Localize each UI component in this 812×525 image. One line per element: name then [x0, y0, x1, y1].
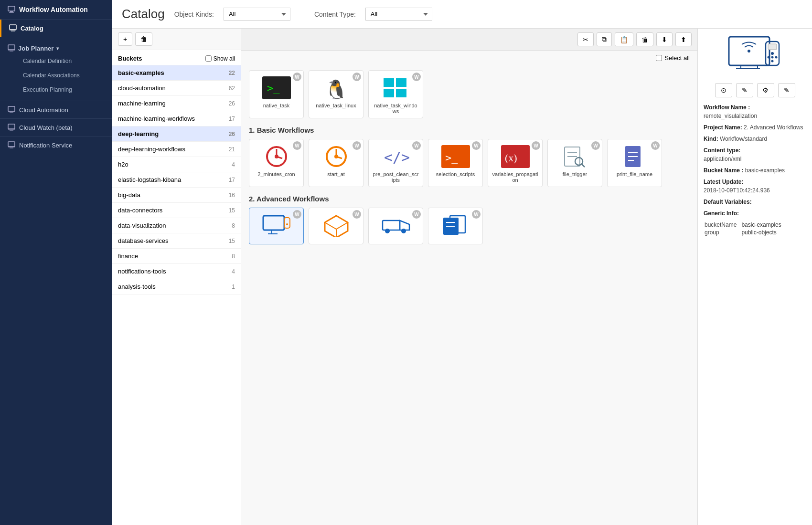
catalog-item[interactable]: W 🐧 native_task_linux	[309, 70, 363, 118]
svg-rect-15	[8, 142, 15, 147]
upload-button[interactable]: ⬆	[675, 32, 692, 46]
delete-item-button[interactable]: 🗑	[636, 32, 653, 46]
svg-text:(x): (x)	[505, 152, 517, 164]
section-2-title: 2. Advanced Workflows	[249, 195, 690, 203]
notification-icon	[8, 141, 15, 149]
section-1-grid: W 2_minutes_cron W start_at W </> pre_po…	[249, 139, 690, 187]
bucket-item[interactable]: deep-learning26	[112, 126, 241, 142]
sidebar-job-planner-section: Job Planner ▾ Calendar Definition Calend…	[0, 37, 112, 101]
catalog-item[interactable]: W </> pre_post_clean_scripts	[368, 139, 423, 187]
paste-button[interactable]: 📋	[615, 32, 633, 46]
cut-button[interactable]: ✂	[577, 32, 594, 46]
select-all-label[interactable]: Select all	[656, 54, 690, 62]
buckets-toolbar: + 🗑	[112, 29, 241, 50]
bucket-item[interactable]: deep-learning-workflows21	[112, 142, 241, 157]
catalog-item[interactable]: W	[368, 208, 423, 244]
bucket-item[interactable]: database-services15	[112, 233, 241, 249]
svg-text:>_: >_	[267, 82, 280, 94]
detail-history-button[interactable]: ⊙	[715, 83, 732, 97]
svg-text:>_: >_	[445, 152, 458, 164]
item-icon: 🐧	[320, 74, 353, 101]
job-planner-arrow: ▾	[56, 46, 59, 51]
svg-rect-0	[8, 6, 15, 11]
sidebar-item-cloud-automation[interactable]: Cloud Automation	[0, 101, 112, 118]
item-label: 2_minutes_cron	[257, 171, 295, 177]
sidebar-item-notification-service[interactable]: Notification Service	[0, 136, 112, 154]
svg-rect-12	[8, 124, 15, 129]
sidebar-item-calendar-associations[interactable]: Calendar Associations	[8, 68, 105, 83]
w-badge: W	[532, 141, 540, 150]
bucket-item[interactable]: elastic-logstash-kibana17	[112, 172, 241, 188]
svg-rect-47	[263, 216, 284, 230]
detail-icon-area	[704, 34, 806, 77]
detail-actions: ⊙ ✎ ⚙ ✎	[704, 83, 806, 97]
bucket-item[interactable]: machine-learning26	[112, 96, 241, 111]
show-all-checkbox[interactable]	[205, 55, 212, 62]
bucket-item[interactable]: cloud-automation62	[112, 81, 241, 96]
bucket-item[interactable]: basic-examples22	[112, 65, 241, 81]
catalog-item[interactable]: W file_trigger	[547, 139, 602, 187]
bucket-item[interactable]: finance8	[112, 249, 241, 264]
w-badge: W	[412, 141, 421, 150]
bucket-item[interactable]: h2o4	[112, 157, 241, 172]
item-icon: >_	[260, 74, 293, 101]
catalog-item[interactable]: W	[428, 208, 483, 244]
add-bucket-button[interactable]: +	[118, 32, 132, 46]
show-all-label[interactable]: Show all	[205, 55, 235, 62]
svg-marker-56	[400, 220, 409, 230]
object-kinds-wrapper[interactable]: All Workflow Script	[224, 8, 290, 21]
cloud-automation-label: Cloud Automation	[19, 106, 68, 114]
bucket-item[interactable]: data-visualization8	[112, 218, 241, 233]
w-badge: W	[353, 73, 361, 81]
sidebar-item-job-planner[interactable]: Job Planner ▾	[8, 41, 105, 54]
detail-generic-info: Generic Info:	[704, 209, 806, 218]
content-type-select[interactable]: All application/xml text/x-groovy	[365, 8, 432, 21]
bucket-item[interactable]: analysis-tools1	[112, 279, 241, 294]
item-icon: (x)	[499, 143, 532, 169]
content-type-wrapper[interactable]: All application/xml text/x-groovy	[365, 8, 432, 21]
app-title: Workflow Automation	[19, 6, 88, 13]
catalog-item[interactable]: W (x) variables_propagation	[488, 139, 543, 187]
generic-info-row: bucketNamebasic-examples	[705, 221, 781, 228]
catalog-item[interactable]: W 2_minutes_cron	[249, 139, 304, 187]
svg-rect-3	[10, 25, 16, 30]
bucket-item[interactable]: big-data16	[112, 188, 241, 203]
svg-point-51	[286, 223, 288, 225]
bucket-item[interactable]: machine-learning-workflows17	[112, 111, 241, 126]
item-label: native_task_windows	[373, 103, 419, 114]
sidebar-item-cloud-watch[interactable]: Cloud Watch (beta)	[0, 118, 112, 136]
catalog-item[interactable]: W native_task_windows	[368, 70, 423, 118]
copy-button[interactable]: ⧉	[597, 32, 612, 46]
detail-settings-button[interactable]: ⚙	[757, 83, 774, 97]
svg-rect-23	[384, 89, 394, 97]
svg-rect-6	[8, 45, 15, 50]
buckets-panel: + 🗑 Buckets Show all basic-examples22clo…	[112, 29, 241, 525]
svg-point-69	[771, 52, 774, 55]
download-button[interactable]: ⬇	[656, 32, 673, 46]
item-icon	[379, 212, 413, 238]
section-2-grid: W W W W	[249, 208, 690, 244]
sidebar-item-execution-planning[interactable]: Execution Planning	[8, 83, 105, 97]
detail-link-button[interactable]: ✎	[778, 83, 795, 97]
bucket-item[interactable]: notifications-tools4	[112, 264, 241, 279]
section-1-title: 1. Basic Workflows	[249, 126, 690, 134]
sidebar-item-catalog[interactable]: Catalog	[0, 20, 112, 37]
item-label: native_task_linux	[316, 103, 356, 108]
buckets-list: basic-examples22cloud-automation62machin…	[112, 65, 241, 525]
detail-edit-button[interactable]: ✎	[736, 83, 753, 97]
svg-rect-9	[8, 106, 15, 111]
catalog-item[interactable]: W print_file_name	[607, 139, 662, 187]
svg-point-70	[767, 56, 769, 59]
catalog-item[interactable]: W >_ selection_scripts	[428, 139, 483, 187]
object-kinds-select[interactable]: All Workflow Script	[224, 8, 290, 21]
item-label: selection_scripts	[436, 171, 475, 177]
delete-bucket-button[interactable]: 🗑	[135, 32, 152, 46]
detail-content-type: Content type: application/xml	[704, 146, 806, 163]
catalog-item[interactable]: W	[309, 208, 363, 244]
bucket-item[interactable]: data-connectors15	[112, 203, 241, 218]
sidebar-item-calendar-definition[interactable]: Calendar Definition	[8, 54, 105, 68]
catalog-item[interactable]: W start_at	[309, 139, 363, 187]
select-all-checkbox[interactable]	[656, 55, 662, 61]
catalog-item[interactable]: W >_ native_task	[249, 70, 304, 118]
catalog-item[interactable]: W	[249, 208, 304, 244]
